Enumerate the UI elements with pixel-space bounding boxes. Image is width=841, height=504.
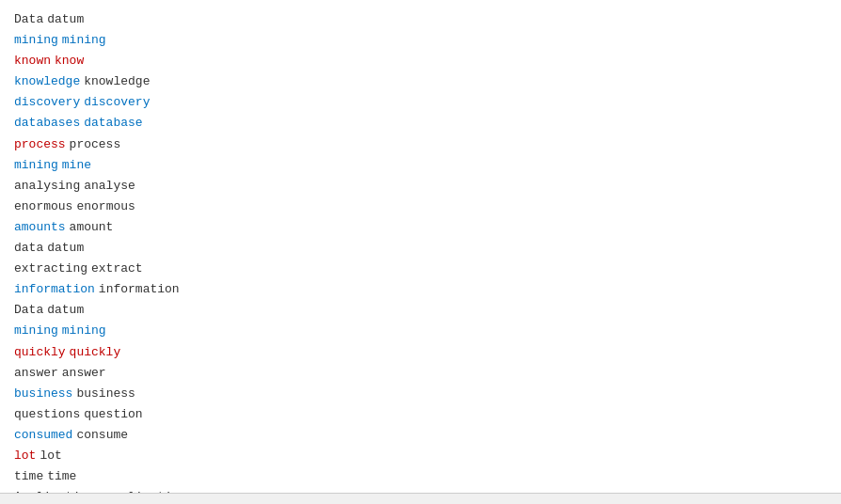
- word-pair: amountsamount: [14, 217, 827, 238]
- word-right: datum: [47, 303, 84, 317]
- word-right: datum: [47, 241, 84, 255]
- word-left: lot: [14, 449, 36, 463]
- word-left: Data: [14, 12, 43, 26]
- word-right: know: [55, 54, 84, 68]
- word-right: mining: [62, 33, 106, 47]
- word-right: business: [76, 386, 135, 401]
- word-pair: discoverydiscovery: [14, 92, 827, 113]
- word-right: question: [84, 407, 142, 421]
- word-right: consume: [76, 428, 128, 442]
- word-left: time: [14, 469, 43, 483]
- word-left: databases: [14, 116, 80, 130]
- word-left: information: [14, 282, 95, 296]
- word-pair: consumedconsume: [14, 425, 827, 446]
- word-right: datum: [47, 12, 84, 26]
- word-right: time: [47, 469, 76, 483]
- word-pair: analysinganalyse: [14, 176, 827, 197]
- word-left: business: [14, 386, 72, 401]
- word-pair: quicklyquickly: [14, 342, 827, 363]
- word-pair: extractingextract: [14, 259, 827, 279]
- word-pair: enormousenormous: [14, 197, 827, 217]
- word-right: quickly: [70, 345, 121, 359]
- word-left: quickly: [14, 345, 66, 359]
- word-pair: answeranswer: [14, 363, 827, 384]
- word-left: amounts: [14, 220, 66, 234]
- word-left: questions: [14, 407, 80, 421]
- word-pair: lotlot: [14, 446, 827, 466]
- word-right: knowledge: [84, 74, 150, 88]
- word-pair: timetime: [14, 466, 827, 487]
- word-left: consumed: [14, 428, 72, 442]
- word-right: discovery: [84, 95, 150, 109]
- word-left: Data: [14, 303, 43, 317]
- word-left: analysing: [14, 179, 80, 193]
- word-left: process: [14, 137, 66, 151]
- word-right: analyse: [84, 179, 135, 193]
- word-pair: questionsquestion: [14, 404, 827, 425]
- word-right: lot: [40, 449, 61, 463]
- word-pair: knowledgeknowledge: [14, 71, 827, 92]
- word-left: mining: [14, 323, 58, 338]
- word-pair: datadatum: [14, 238, 827, 259]
- word-right: information: [99, 282, 180, 296]
- word-right: process: [70, 137, 121, 151]
- word-left: extracting: [14, 261, 87, 276]
- word-left: mining: [14, 33, 58, 47]
- word-left: answer: [14, 366, 58, 380]
- word-right: enormous: [76, 199, 135, 213]
- word-left: discovery: [14, 95, 80, 109]
- word-pair: miningmine: [14, 155, 827, 176]
- word-right: database: [84, 116, 142, 130]
- word-pair: Datadatum: [14, 300, 827, 321]
- word-list: Datadatumminingminingknownknowknowledgek…: [14, 9, 827, 504]
- word-left: enormous: [14, 199, 72, 213]
- word-pair: processprocess: [14, 134, 827, 155]
- word-left: data: [14, 241, 43, 255]
- word-left: known: [14, 54, 51, 68]
- word-pair: Datadatum: [14, 9, 827, 30]
- word-pair: knownknow: [14, 51, 827, 71]
- word-right: mining: [62, 323, 106, 338]
- word-pair: databasesdatabase: [14, 113, 827, 134]
- word-pair: informationinformation: [14, 279, 827, 300]
- horizontal-scrollbar[interactable]: [0, 493, 841, 504]
- word-right: amount: [70, 220, 114, 234]
- word-pair: miningmining: [14, 321, 827, 341]
- word-right: answer: [62, 366, 106, 380]
- word-pair: businessbusiness: [14, 384, 827, 404]
- word-right: mine: [62, 158, 91, 172]
- word-pair: miningmining: [14, 30, 827, 51]
- word-left: knowledge: [14, 74, 80, 88]
- word-left: mining: [14, 158, 58, 172]
- word-right: extract: [91, 261, 143, 276]
